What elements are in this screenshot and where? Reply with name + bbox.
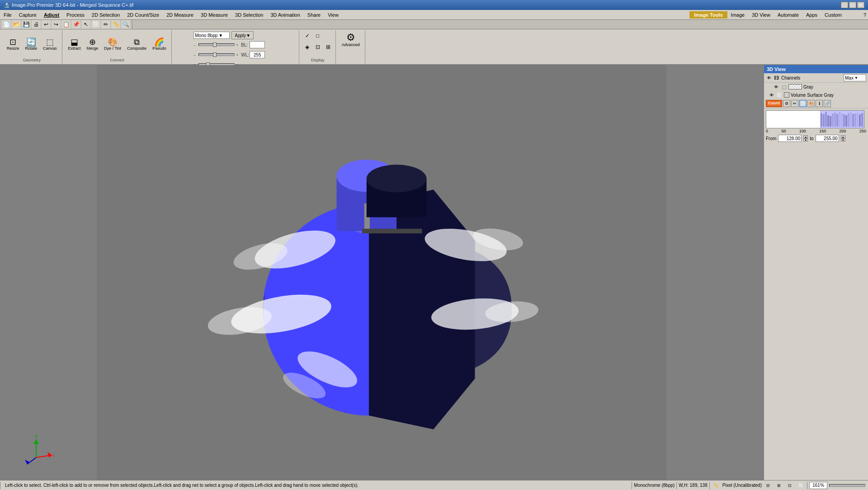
view-btn2[interactable]: ⬜: [796, 481, 805, 490]
toolbar-save[interactable]: 💾: [22, 20, 31, 29]
resize-icon: ⊡: [9, 38, 16, 46]
zoom-btn1[interactable]: ⊟: [764, 481, 773, 490]
toolbar-arrow[interactable]: ↖: [81, 20, 90, 29]
toolbar-zoom[interactable]: 🔍: [121, 20, 130, 29]
display-icon1[interactable]: ✓: [303, 31, 312, 40]
display-icon2[interactable]: □: [313, 31, 322, 40]
to-down-arrow[interactable]: ▼: [841, 138, 845, 141]
preset-dropdown[interactable]: Mono 8bpp ▼: [193, 32, 230, 39]
toolbar-select[interactable]: ⬜: [91, 20, 100, 29]
merge-button[interactable]: ⊕ Merge: [85, 37, 101, 52]
menu-view[interactable]: View: [324, 11, 342, 19]
cube-icon[interactable]: ⬜: [776, 92, 783, 98]
menu-share[interactable]: Share: [304, 11, 324, 19]
resize-button[interactable]: ⊡ Resize: [5, 37, 22, 52]
ribbon-tabs: 📄 📂 💾 🖨 ↩ ↪ 📋 📌 ↖ ⬜ ✏ 📏 🔍: [0, 20, 868, 29]
menu-image[interactable]: Image: [727, 11, 749, 19]
wl-input[interactable]: [250, 51, 265, 58]
menu-2d-measure[interactable]: 2D Measure: [163, 11, 197, 19]
menu-custom[interactable]: Custom: [821, 11, 845, 19]
from-down-arrow[interactable]: ▼: [803, 138, 808, 141]
toolbar-undo[interactable]: ↩: [42, 20, 51, 29]
histogram-area: 0 50 100 150 200 250 From ▲ ▼ to ▲ ▼: [764, 108, 868, 145]
to-input[interactable]: [816, 135, 839, 142]
toolbar-ruler[interactable]: 📏: [111, 20, 120, 29]
menu-2d-selection[interactable]: 2D Selection: [88, 11, 123, 19]
to-up-arrow[interactable]: ▲: [841, 135, 845, 138]
minimize-button[interactable]: _: [841, 2, 848, 8]
zoom-slider[interactable]: [829, 484, 865, 487]
pseudo-button[interactable]: 🌈 Pseudo: [150, 37, 169, 52]
gray-label: Gray: [803, 85, 866, 90]
apply-button[interactable]: Apply ▼: [231, 31, 254, 39]
contrast-slider[interactable]: [198, 53, 235, 56]
count-edit-btn[interactable]: ✏: [791, 100, 798, 107]
menu-3d-view[interactable]: 3D View: [748, 11, 774, 19]
menu-3d-selection[interactable]: 3D Selection: [231, 11, 267, 19]
count-link-btn[interactable]: 🔗: [824, 100, 831, 107]
toolbar-paste[interactable]: 📌: [71, 20, 80, 29]
eye2-icon[interactable]: 👁: [773, 84, 779, 90]
extract-button[interactable]: ⬓ Extract: [66, 37, 83, 52]
toolbar-pen[interactable]: ✏: [101, 20, 110, 29]
display-icon3[interactable]: ◈: [303, 42, 312, 52]
from-spinner[interactable]: ▲ ▼: [803, 135, 808, 141]
gray-channel-row: 👁 ⬚ Gray: [764, 83, 868, 91]
from-label: From: [766, 136, 776, 141]
dye-icon: 🎨: [108, 38, 118, 46]
to-spinner[interactable]: ▲ ▼: [841, 135, 845, 141]
menu-2d-count-size[interactable]: 2D Count/Size: [123, 11, 163, 19]
image-tools-tab[interactable]: Image Tools: [689, 11, 727, 19]
from-input[interactable]: [778, 135, 802, 142]
menu-process[interactable]: Process: [63, 11, 88, 19]
menu-adjust[interactable]: Adjust: [40, 11, 63, 19]
toolbar-redo[interactable]: ↪: [52, 20, 61, 29]
count-settings-btn[interactable]: ⚙: [783, 100, 790, 107]
max-dropdown[interactable]: Max ▼: [844, 74, 866, 81]
maximize-button[interactable]: □: [849, 2, 856, 8]
convert-label: Convert: [110, 58, 124, 63]
menu-3d-measure[interactable]: 3D Measure: [197, 11, 231, 19]
eye-icon[interactable]: 👁: [766, 75, 772, 81]
count-button[interactable]: Count: [766, 100, 782, 107]
toolbar-copy[interactable]: 📋: [61, 20, 71, 29]
resize-label: Resize: [7, 46, 19, 51]
merge-icon: ⊕: [89, 38, 96, 46]
pixel-calibration-btn[interactable]: 📏: [712, 481, 721, 490]
channel-icon[interactable]: 🎞: [774, 75, 780, 81]
brightness-slider[interactable]: [198, 43, 235, 46]
bl-input[interactable]: [250, 41, 265, 48]
layer-icon[interactable]: ⬚: [781, 84, 787, 90]
toolbar-new[interactable]: 📄: [2, 20, 11, 29]
count-palette-btn[interactable]: 🎨: [807, 100, 815, 107]
canvas-button[interactable]: ⬚ Canvas: [41, 37, 59, 52]
menu-automate[interactable]: Automate: [774, 11, 802, 19]
toolbar-print[interactable]: 🖨: [32, 20, 41, 29]
display-icon5[interactable]: ⊞: [324, 42, 333, 52]
help-icon[interactable]: ?: [863, 12, 866, 18]
rotate-button[interactable]: 🔄 Rotate: [23, 37, 40, 52]
toolbar-open[interactable]: 📂: [12, 20, 21, 29]
zoom-input[interactable]: [809, 482, 827, 489]
display-icon4[interactable]: ⊡: [313, 42, 322, 52]
zoom-btn2[interactable]: ⊞: [774, 481, 783, 490]
svg-line-21: [27, 457, 36, 464]
surface-icon[interactable]: [784, 92, 789, 98]
menu-3d-animation[interactable]: 3D Animation: [267, 11, 303, 19]
advanced-button[interactable]: ⚙ Advanced: [340, 31, 362, 48]
count-info-btn[interactable]: ℹ: [816, 100, 823, 107]
main-layout: x y 3D View 👁 🎞 Channels Max ▼ 👁 ⬚ Gray: [0, 65, 868, 480]
menu-capture[interactable]: Capture: [15, 11, 40, 19]
canvas-area[interactable]: x y: [0, 65, 763, 480]
menu-apps[interactable]: Apps: [802, 11, 821, 19]
close-button[interactable]: ✕: [857, 2, 864, 8]
composite-button[interactable]: ⧉ Composite: [125, 37, 149, 52]
eye3-icon[interactable]: 👁: [769, 92, 775, 98]
advanced-group: ⚙ Advanced: [337, 30, 365, 64]
dye-tint-button[interactable]: 🎨 Dye / Tint: [102, 37, 123, 52]
from-up-arrow[interactable]: ▲: [803, 135, 808, 138]
view-btn1[interactable]: ⊡: [785, 481, 794, 490]
count-view-btn[interactable]: ⬜: [799, 100, 807, 107]
display-label: Display: [311, 58, 325, 63]
menu-file[interactable]: File: [0, 11, 15, 19]
